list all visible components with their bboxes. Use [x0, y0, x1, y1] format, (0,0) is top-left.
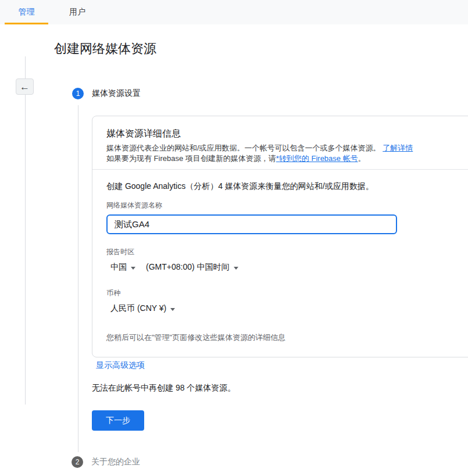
country-dropdown-value: 中国 [110, 262, 127, 273]
page-title: 创建网络媒体资源 [54, 40, 156, 58]
tab-users[interactable]: 用户 [62, 0, 92, 24]
card-body: 创建 Google Analytics（分析）4 媒体资源来衡量您的网站和/或应… [92, 169, 468, 357]
edit-later-note: 您稍后可以在"管理"页面修改这些媒体资源的详细信息 [106, 332, 468, 343]
active-tab-underline [5, 23, 48, 24]
back-arrow-icon: ← [20, 82, 30, 92]
tab-users-label: 用户 [69, 7, 85, 17]
show-advanced-options-link[interactable]: 显示高级选项 [96, 360, 145, 371]
firebase-account-link[interactable]: *转到您的 Firebase 帐号 [276, 154, 358, 163]
timezone-label: 报告时区 [106, 247, 468, 257]
dropdown-caret-icon [131, 267, 135, 270]
step-1-label: 媒体资源设置 [92, 88, 141, 99]
timezone-row: 中国 (GMT+08:00) 中国时间 [110, 262, 468, 273]
tab-admin-label: 管理 [19, 7, 35, 17]
property-name-input[interactable] [106, 214, 397, 234]
currency-label: 币种 [106, 288, 468, 298]
currency-dropdown-value: 人民币 (CNY ¥) [110, 303, 166, 314]
card-description: 媒体资源代表企业的网站和/或应用数据。一个帐号可以包含一个或多个媒体资源。 了解… [106, 143, 468, 164]
property-setup-card: 媒体资源详细信息 媒体资源代表企业的网站和/或应用数据。一个帐号可以包含一个或多… [92, 116, 468, 357]
learn-more-link[interactable]: 了解详情 [383, 144, 413, 152]
card-description-line1: 媒体资源代表企业的网站和/或应用数据。一个帐号可以包含一个或多个媒体资源。 [106, 144, 381, 152]
card-description-line2-suffix: 。 [358, 154, 366, 163]
step-connector-line [78, 105, 78, 452]
currency-dropdown[interactable]: 人民币 (CNY ¥) [110, 303, 175, 314]
step-2-label: 关于您的企业 [91, 457, 140, 467]
timezone-dropdown-value: (GMT+08:00) 中国时间 [146, 262, 230, 273]
step-1: 1 媒体资源设置 [72, 88, 141, 99]
currency-row: 人民币 (CNY ¥) [110, 303, 468, 314]
tab-bar: 管理 用户 [0, 0, 468, 24]
ga-create-property-page: 管理 用户 创建网络媒体资源 ← 1 媒体资源设置 媒体资源详细信息 媒体资源代… [0, 0, 468, 476]
country-dropdown[interactable]: 中国 [110, 262, 135, 273]
left-guide-line [25, 56, 26, 405]
step-2-badge: 2 [72, 456, 83, 468]
card-title: 媒体资源详细信息 [106, 128, 468, 140]
step-1-badge: 1 [72, 88, 84, 99]
timezone-dropdown[interactable]: (GMT+08:00) 中国时间 [146, 262, 238, 273]
back-button[interactable]: ← [16, 78, 34, 95]
step-2: 2 关于您的企业 [72, 456, 140, 468]
property-quota-note: 无法在此帐号中再创建 98 个媒体资源。 [92, 383, 235, 393]
next-step-button[interactable]: 下一步 [92, 410, 144, 431]
dropdown-caret-icon [234, 267, 238, 270]
tab-admin[interactable]: 管理 [5, 0, 48, 24]
card-header: 媒体资源详细信息 媒体资源代表企业的网站和/或应用数据。一个帐号可以包含一个或多… [92, 116, 468, 169]
dropdown-caret-icon [170, 308, 175, 311]
card-description-line2: 如果要为现有 Firebase 项目创建新的媒体资源，请 [106, 154, 276, 163]
property-name-label: 网络媒体资源名称 [106, 201, 468, 210]
card-intro-text: 创建 Google Analytics（分析）4 媒体资源来衡量您的网站和/或应… [106, 181, 468, 192]
